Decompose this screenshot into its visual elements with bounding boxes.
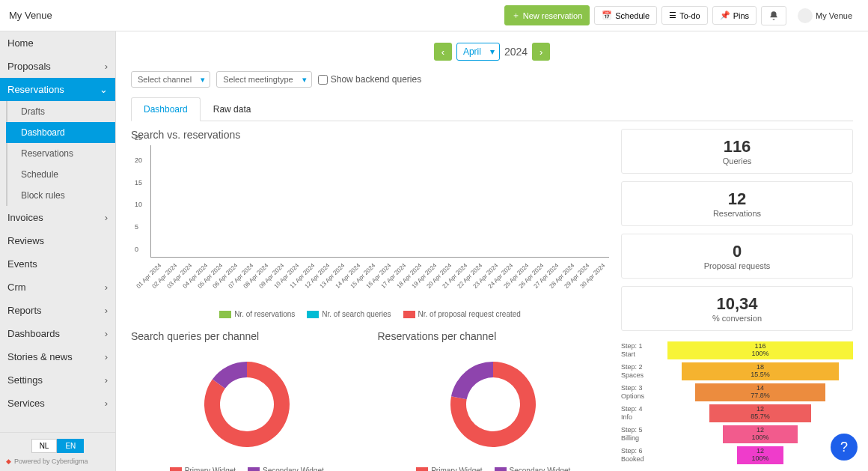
funnel-step-label: Step: 5Billing [621,426,663,443]
sidebar-item-crm[interactable]: Crm› [0,276,115,299]
sidebar-item-invoices[interactable]: Invoices› [0,206,115,229]
chevron-right-icon: › [105,398,108,409]
chevron-right-icon: › [105,374,108,386]
donut2-legend: Primary Widget Secondary Widget [378,467,610,471]
sidebar-subitem-reservations[interactable]: Reservations [6,143,115,164]
chevron-down-icon: ▾ [302,75,307,85]
pins-button[interactable]: 📌 Pins [712,6,757,25]
sidebar-item-label: Reports [7,305,42,316]
chevron-down-icon: ▾ [201,75,205,85]
backend-queries-checkbox[interactable]: Show backend queries [318,74,421,85]
y-tick: 20 [135,157,142,164]
chevron-down-icon: ▾ [490,46,495,57]
y-tick: 10 [135,201,142,208]
donut-chart-reservations [426,348,560,461]
pin-icon: 📌 [720,10,730,20]
donut2-title: Reservations per channel [378,330,610,342]
tab-dashboard[interactable]: Dashboard [131,97,201,121]
stat-label: % conversion [629,314,845,323]
sidebar-item-services[interactable]: Services› [0,392,115,415]
sidebar-subitem-block-rules[interactable]: Block rules [6,185,115,206]
lang-nl-button[interactable]: NL [31,439,58,453]
sidebar-item-label: Home [7,37,34,49]
avatar [798,8,813,23]
stat-value: 116 [629,137,845,157]
funnel-bar: 116100% [667,341,853,359]
logo-icon: ◆ [6,458,11,465]
lang-en-button[interactable]: EN [57,439,84,453]
year-label: 2024 [504,46,528,58]
sidebar-item-settings[interactable]: Settings› [0,368,115,392]
funnel-step-label: Step: 3Options [621,384,663,401]
donut1-legend: Primary Widget Secondary Widget [131,467,363,471]
meetingtype-select[interactable]: Select meetingtype ▾ [216,71,312,88]
funnel-step-info: Step: 4Info 1285.7% [621,404,853,422]
todo-button[interactable]: ☰ To-do [661,6,708,25]
tab-raw-data[interactable]: Raw data [201,97,264,121]
sidebar-item-reviews[interactable]: Reviews [0,229,115,252]
bar-chart: 0510152025 01 Apr 202402 Apr 202403 Apr … [131,145,609,295]
bell-icon [768,10,779,21]
chevron-right-icon: › [105,351,108,362]
sidebar-item-label: Crm [7,282,26,293]
sidebar-item-label: Stories & news [7,351,73,362]
sidebar-item-dashboards[interactable]: Dashboards› [0,322,115,345]
sidebar-item-label: Dashboards [7,328,60,339]
chevron-right-icon: › [105,61,108,72]
prev-month-button[interactable]: ‹ [434,43,452,61]
chevron-right-icon: › [105,328,108,339]
account-menu[interactable]: My Venue [791,4,859,27]
funnel-bar: 1285.7% [709,404,811,422]
bar-legend: Nr. of reservations Nr. of search querie… [131,310,609,318]
funnel-step-start: Step: 1Start 116100% [621,341,853,359]
y-tick: 15 [135,179,142,186]
sidebar-item-stories-news[interactable]: Stories & news› [0,345,115,368]
list-icon: ☰ [669,10,676,20]
funnel-bar: 12100% [723,425,797,443]
funnel-bar: 1815.5% [682,362,840,380]
stat-card-proposal-requests: 0Proposal requests [621,234,853,279]
sidebar-subitem-dashboard[interactable]: Dashboard [6,122,115,143]
sidebar-item-events[interactable]: Events [0,252,115,276]
stat-card-reservations: 12Reservations [621,181,853,226]
powered-by: ◆ Powered by Cyberdigma [6,458,109,465]
sidebar-item-reservations[interactable]: Reservations⌄ [0,78,115,101]
sidebar-item-reports[interactable]: Reports› [0,299,115,322]
new-reservation-button[interactable]: ＋ New reservation [504,5,590,25]
donut-chart-queries [180,348,314,461]
schedule-button[interactable]: 📅 Schedule [594,6,657,25]
stat-value: 10,34 [629,294,845,314]
help-button[interactable]: ? [831,434,858,461]
sidebar-item-label: Reservations [7,84,64,95]
sidebar-item-label: Reviews [7,235,44,246]
stat-value: 12 [629,189,845,209]
stat-label: Proposal requests [629,261,845,270]
brand-title: My Venue [9,10,52,21]
chevron-right-icon: › [540,46,542,58]
sidebar-item-label: Proposals [7,61,51,72]
funnel-bar: 12100% [737,446,783,464]
sidebar-item-label: Services [7,398,45,409]
bar-chart-title: Search vs. reservations [131,129,609,141]
y-tick: 5 [135,223,138,231]
notifications-button[interactable] [761,6,786,25]
next-month-button[interactable]: › [532,43,550,61]
channel-select[interactable]: Select channel ▾ [131,71,210,88]
sidebar-item-proposals[interactable]: Proposals› [0,55,115,78]
funnel-step-label: Step: 6Booked [621,447,663,464]
month-select[interactable]: April ▾ [456,43,500,61]
funnel-step-billing: Step: 5Billing 12100% [621,425,853,443]
y-tick: 0 [135,246,138,253]
sidebar-item-label: Invoices [7,212,43,223]
sidebar-item-label: Events [7,258,37,270]
chevron-right-icon: › [105,282,108,293]
stat-card--conversion: 10,34% conversion [621,286,853,331]
calendar-icon: 📅 [602,10,612,20]
sidebar-subitem-drafts[interactable]: Drafts [6,101,115,122]
stat-card-queries: 116Queries [621,129,853,174]
chevron-right-icon: › [105,305,108,316]
sidebar-item-home[interactable]: Home [0,31,115,55]
chevron-down-icon: ⌄ [100,84,108,95]
sidebar-subitem-schedule[interactable]: Schedule [6,164,115,185]
funnel-step-label: Step: 4Info [621,405,663,422]
